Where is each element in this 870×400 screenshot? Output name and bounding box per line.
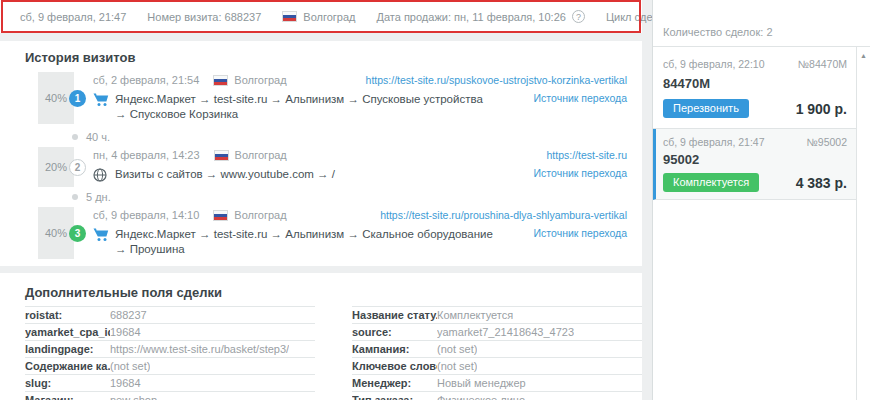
visit-index-badge: 3: [69, 225, 86, 242]
deals-scrollbar[interactable]: ▲: [856, 47, 870, 400]
visit-city-label: Волгоград: [234, 74, 286, 86]
visit-index-badge: 1: [69, 90, 86, 107]
deals-panel: Количество сделок: 2 сб, 9 февраля, 22:1…: [652, 0, 870, 400]
visit-city-label: Волгоград: [235, 149, 287, 161]
topbar-visit-datetime: сб, 9 февраля, 21:47: [20, 11, 126, 23]
field-row: roistat:688237: [25, 307, 315, 324]
visit-datetime: сб, 2 февраля, 21:54: [93, 74, 199, 86]
field-label: yamarket_cpa_id:: [25, 326, 110, 338]
deal-title: 95002: [663, 152, 847, 167]
visit-history-list: 40% 1 сб, 2 февраля, 21:54 Волгоград htt…: [38, 72, 627, 262]
field-label: Тип заказа:: [352, 394, 437, 400]
globe-icon: [93, 168, 109, 182]
visit-path-line1: Яндекс.Маркет → test-site.ru → Альпинизм…: [115, 92, 524, 107]
deal-card[interactable]: сб, 9 февраля, 22:10 №84470M 84470M Пере…: [653, 47, 857, 129]
deals-count-label: Количество сделок: 2: [653, 0, 870, 47]
field-value: (not set): [437, 360, 477, 372]
deal-price: 1 900 р.: [796, 101, 847, 117]
russia-flag-icon: [213, 75, 228, 86]
field-row: source:yamarket7_21418643_4723: [352, 324, 642, 341]
russia-flag-icon: [214, 150, 229, 161]
visit-path: Яндекс.Маркет → test-site.ru → Альпинизм…: [115, 92, 524, 122]
source-link[interactable]: Источник перехода: [534, 227, 627, 239]
visit-gap-row: 5 дн.: [38, 187, 627, 207]
deal-fields-columns: roistat:688237 yamarket_cpa_id:19684 lan…: [0, 306, 642, 400]
deal-fields-right-column: Название стату...Комплектуется source:ya…: [352, 306, 642, 400]
deal-card-selected[interactable]: сб, 9 февраля, 21:47 №95002 95002 Компле…: [653, 129, 857, 200]
field-value: Новый менеджер: [437, 377, 526, 389]
field-value: 688237: [110, 309, 147, 321]
gap-duration-label: 40 ч.: [86, 131, 110, 143]
field-row: Менеджер:Новый менеджер: [352, 375, 642, 392]
deal-fields-section: Дополнительные поля сделки roistat:68823…: [0, 273, 642, 400]
russia-flag-icon: [282, 11, 297, 22]
field-value: new shop: [110, 394, 157, 400]
visit-path-line1: Яндекс.Маркет → test-site.ru → Альпинизм…: [115, 227, 524, 242]
timeline-dot-icon: [72, 134, 78, 140]
gap-duration-label: 5 дн.: [86, 191, 111, 203]
visit-row: 20% 2 пн, 4 февраля, 14:23 Волгоград htt…: [38, 147, 627, 187]
visit-content: сб, 9 февраля, 14:10 Волгоград https://t…: [93, 207, 627, 262]
visit-content: пн, 4 февраля, 14:23 Волгоград https://t…: [93, 147, 627, 187]
timeline-dot-icon: [72, 194, 78, 200]
field-label: slug:: [25, 377, 110, 389]
field-value: https://www.test-site.ru/basket/step3/: [110, 343, 289, 355]
visit-history-section: История визитов 40% 1 сб, 2 февраля, 21:…: [0, 41, 642, 266]
deal-fields-title: Дополнительные поля сделки: [0, 273, 642, 306]
deal-status-button[interactable]: Комплектуется: [663, 173, 759, 192]
field-label: Магазин:: [25, 394, 110, 400]
visit-content: сб, 2 февраля, 21:54 Волгоград https://t…: [93, 72, 627, 127]
field-row: Ключевое слово:(not set): [352, 358, 642, 375]
visit-url-link[interactable]: https://test-site.ru/proushina-dlya-shly…: [380, 209, 627, 221]
field-label: Менеджер:: [352, 377, 437, 389]
deals-list: сб, 9 февраля, 22:10 №84470M 84470M Пере…: [653, 47, 857, 400]
field-label: landingpage:: [25, 343, 110, 355]
field-label: Название стату...: [352, 309, 437, 321]
field-row: Магазин:new shop: [25, 392, 315, 400]
deal-number: №95002: [807, 136, 847, 148]
field-value: Комплектуется: [437, 309, 513, 321]
deal-datetime: сб, 9 февраля, 22:10: [663, 58, 765, 70]
topbar: сб, 9 февраля, 21:47 Номер визита: 68823…: [0, 0, 642, 33]
topbar-city-label: Волгоград: [303, 11, 355, 23]
field-label: Кампания:: [352, 343, 437, 355]
field-label: Содержание ка...: [25, 360, 110, 372]
visit-gap-row: 40 ч.: [38, 127, 627, 147]
visit-datetime: пн, 4 февраля, 14:23: [93, 149, 200, 161]
question-circle-icon[interactable]: ?: [572, 10, 585, 23]
cart-icon: [93, 93, 109, 107]
field-row: Название стату...Комплектуется: [352, 307, 642, 324]
deal-status-button[interactable]: Перезвонить: [663, 99, 749, 118]
cart-icon: [93, 228, 109, 242]
visit-path-line2: → Проушина: [115, 242, 524, 257]
deal-datetime: сб, 9 февраля, 21:47: [663, 136, 765, 148]
visit-url-link[interactable]: https://test-site.ru/spuskovoe-ustrojstv…: [366, 74, 627, 86]
source-link[interactable]: Источник перехода: [534, 92, 627, 104]
source-link[interactable]: Источник перехода: [534, 167, 627, 179]
deal-title: 84470M: [663, 76, 847, 91]
topbar-visit-number: Номер визита: 688237: [147, 11, 261, 23]
deal-number: №84470M: [798, 58, 847, 70]
field-value: (not set): [437, 343, 477, 355]
visit-city-label: Волгоград: [234, 209, 286, 221]
visit-path: Яндекс.Маркет → test-site.ru → Альпинизм…: [115, 227, 524, 257]
visit-index-badge: 2: [69, 159, 86, 176]
topbar-sale-date-group: Дата продажи: пн, 11 февраля, 10:26 ?: [377, 10, 585, 23]
field-value: (not set): [110, 360, 150, 372]
field-value: Физическое лицо: [437, 394, 525, 400]
field-label: source:: [352, 326, 437, 338]
visit-datetime: сб, 9 февраля, 14:10: [93, 209, 199, 221]
visit-row: 40% 3 сб, 9 февраля, 14:10 Волгоград htt…: [38, 207, 627, 262]
field-row: Кампания:(not set): [352, 341, 642, 358]
field-label: Ключевое слово:: [352, 360, 437, 372]
visit-path: Визиты с сайтов → www.youtube.com → /: [115, 167, 524, 182]
visit-url-link[interactable]: https://test-site.ru: [546, 149, 627, 161]
field-row: yamarket_cpa_id:19684: [25, 324, 315, 341]
field-row: slug:19684: [25, 375, 315, 392]
deal-fields-left-column: roistat:688237 yamarket_cpa_id:19684 lan…: [25, 306, 315, 400]
scroll-up-icon[interactable]: ▲: [857, 52, 870, 59]
field-row: landingpage:https://www.test-site.ru/bas…: [25, 341, 315, 358]
deal-price: 4 383 р.: [796, 175, 847, 191]
russia-flag-icon: [213, 210, 228, 221]
field-row: Содержание ка...(not set): [25, 358, 315, 375]
